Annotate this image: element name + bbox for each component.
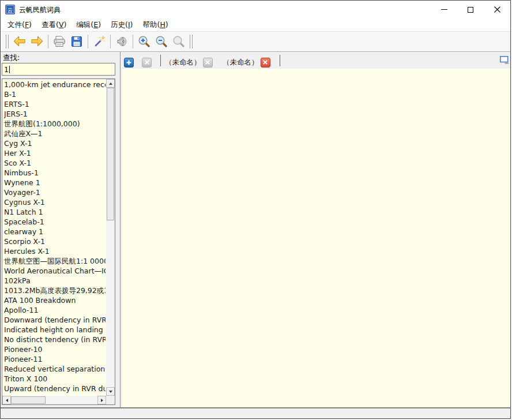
print-icon xyxy=(52,35,66,48)
list-item[interactable]: ATA 100 Breakdown xyxy=(4,295,106,305)
close-icon xyxy=(263,60,268,65)
app-icon: 云 xyxy=(5,5,15,14)
toolbar-grip[interactable] xyxy=(6,35,9,48)
forward-icon xyxy=(30,35,44,48)
list-item[interactable]: Reduced vertical separation mini xyxy=(4,364,106,374)
toolbar-grip[interactable] xyxy=(190,35,193,48)
list-item[interactable]: Apollo-11 xyxy=(4,305,106,315)
list-item[interactable]: 1013.2Mb高度表拨导29,92或1013.2 xyxy=(4,286,106,295)
tab-separator xyxy=(280,55,280,66)
add-tab-button[interactable] xyxy=(124,58,134,68)
list-item[interactable]: Downward (tendency in RVR duri xyxy=(4,315,106,325)
menu-item[interactable]: 历史(I) xyxy=(108,19,135,31)
zoom-button[interactable] xyxy=(171,33,187,50)
save-button[interactable] xyxy=(69,33,85,50)
svg-text:云: 云 xyxy=(7,7,13,13)
panel-splitter[interactable] xyxy=(118,52,122,407)
search-panel: 查找: 1 1,000-km jet endurance recordB-1ER… xyxy=(1,52,118,407)
magic-wand-button[interactable] xyxy=(91,33,107,50)
back-button[interactable] xyxy=(12,33,28,50)
horizontal-scrollbar[interactable] xyxy=(2,396,106,404)
list-item[interactable]: Cyg X-1 xyxy=(4,138,106,148)
tab-blank[interactable] xyxy=(142,55,152,69)
list-item[interactable]: Triton X 100 xyxy=(4,374,106,384)
list-item[interactable]: 世界航空图—国际民航1:1 000000 xyxy=(4,256,106,266)
list-item[interactable]: ERTS-1 xyxy=(4,99,106,109)
search-input-value: 1 xyxy=(4,65,9,74)
list-item[interactable]: Indicated height on landing with xyxy=(4,325,106,335)
tab-bar: （未命名） （未命名） xyxy=(122,52,510,69)
scroll-left-button[interactable] xyxy=(2,396,11,404)
title-bar: 云 云帆民航词典 xyxy=(1,1,510,18)
maximize-button[interactable] xyxy=(457,1,484,18)
list-item[interactable]: JERS-1 xyxy=(4,109,106,119)
monitor-icon xyxy=(500,56,509,65)
magic-wand-icon xyxy=(92,35,106,48)
fullscreen-button[interactable] xyxy=(500,56,509,65)
toolbar-separator xyxy=(110,35,111,48)
arrow-down-icon xyxy=(109,391,112,393)
list-item[interactable]: clearway 1 xyxy=(4,227,106,237)
zoom-in-button[interactable] xyxy=(136,33,152,50)
list-item[interactable]: Sco X-1 xyxy=(4,158,106,168)
speaker-button[interactable] xyxy=(114,33,130,50)
minimize-button[interactable] xyxy=(431,1,457,18)
main-area: 查找: 1 1,000-km jet endurance recordB-1ER… xyxy=(1,52,510,407)
list-item[interactable]: Spacelab-1 xyxy=(4,217,106,227)
scroll-right-button[interactable] xyxy=(97,396,106,404)
scroll-down-button[interactable] xyxy=(106,387,115,396)
list-item[interactable]: N1 Latch 1 xyxy=(4,207,106,217)
close-icon xyxy=(205,60,210,65)
toolbar-separator xyxy=(88,35,88,48)
list-item[interactable]: B-1 xyxy=(4,89,106,99)
dictionary-content-area xyxy=(122,69,510,407)
list-item[interactable]: Voyager-1 xyxy=(4,187,106,197)
vertical-scroll-thumb[interactable] xyxy=(107,88,114,220)
window-title: 云帆民航词典 xyxy=(19,5,61,15)
list-item[interactable]: Upward (tendency in RVR during xyxy=(4,384,106,393)
print-button[interactable] xyxy=(51,33,67,50)
menu-item[interactable]: 文件(F) xyxy=(5,19,34,31)
horizontal-scroll-thumb[interactable] xyxy=(11,396,46,404)
forward-button[interactable] xyxy=(29,33,45,50)
vertical-scrollbar[interactable] xyxy=(106,79,115,396)
list-item[interactable]: class 100 clean environment xyxy=(4,393,106,395)
list-item[interactable]: Her X-1 xyxy=(4,148,106,158)
list-item[interactable]: Hercules X-1 xyxy=(4,246,106,256)
menu-item[interactable]: 查看(V) xyxy=(39,19,69,31)
tab-close-button[interactable] xyxy=(142,58,152,68)
zoom-out-icon xyxy=(155,35,168,48)
list-item[interactable]: Pioneer-11 xyxy=(4,354,106,364)
close-icon xyxy=(145,60,149,65)
list-item[interactable]: World Aeronautical Chart—ICAO xyxy=(4,266,106,276)
zoom-out-button[interactable] xyxy=(153,33,170,50)
app-window: 云 云帆民航词典 文件(F)查看(V)编辑(E)历史(I)帮助(H) xyxy=(0,0,511,419)
tab-untitled-2-active[interactable]: （未命名） xyxy=(223,55,270,69)
arrow-left-icon xyxy=(6,399,8,402)
list-item[interactable]: Pioneer-10 xyxy=(4,344,106,354)
back-icon xyxy=(13,35,27,48)
list-item[interactable]: No distinct tendency (in RVR duri xyxy=(4,335,106,344)
scroll-up-button[interactable] xyxy=(106,79,115,88)
toolbar-separator xyxy=(48,35,48,48)
search-input[interactable]: 1 xyxy=(2,63,115,76)
menu-item[interactable]: 帮助(H) xyxy=(140,19,170,31)
list-item[interactable]: 1,000-km jet endurance record xyxy=(4,80,106,89)
zoom-disabled-icon xyxy=(172,35,186,48)
menu-item[interactable]: 编辑(E) xyxy=(74,19,103,31)
list-item[interactable]: Cygnus X-1 xyxy=(4,197,106,207)
list-item[interactable]: Wynene 1 xyxy=(4,178,106,187)
results-list: 1,000-km jet endurance recordB-1ERTS-1JE… xyxy=(4,80,106,395)
tab-label[interactable]: （未命名） xyxy=(165,58,201,68)
list-item[interactable]: 武仙座X—1 xyxy=(4,129,106,138)
zoom-in-icon xyxy=(137,35,151,48)
close-button[interactable] xyxy=(484,1,510,18)
list-item[interactable]: Nimbus-1 xyxy=(4,168,106,178)
list-item[interactable]: 102kPa xyxy=(4,276,106,286)
list-item[interactable]: 世界航图(1:1000,000) xyxy=(4,119,106,129)
tab-close-button-active[interactable] xyxy=(261,58,270,68)
tab-label[interactable]: （未命名） xyxy=(223,58,259,68)
tab-close-button[interactable] xyxy=(203,58,213,68)
tab-untitled-1[interactable]: （未命名） xyxy=(165,55,213,69)
list-item[interactable]: Scorpio X-1 xyxy=(4,237,106,246)
